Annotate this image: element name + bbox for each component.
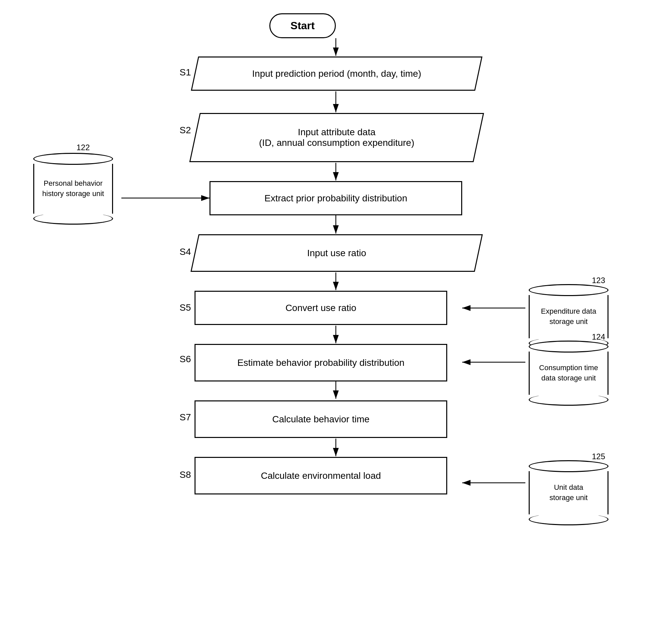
step-s7: Calculate behavior time bbox=[194, 400, 447, 438]
ref-125: 125 bbox=[592, 452, 605, 461]
step-label-s6: S6 bbox=[179, 354, 191, 364]
ref-124: 124 bbox=[592, 332, 605, 341]
start-label: Start bbox=[291, 20, 315, 32]
step-s1: Input prediction period (month, day, tim… bbox=[194, 56, 479, 91]
step-label-s4: S4 bbox=[179, 247, 191, 257]
step-s6: Estimate behavior probability distributi… bbox=[194, 344, 447, 381]
step-s4: Input use ratio bbox=[194, 234, 479, 272]
start-terminal: Start bbox=[269, 13, 336, 38]
db-125: Unit data storage unit bbox=[529, 460, 608, 525]
step-label-s7: S7 bbox=[179, 412, 191, 423]
step-s3: Extract prior probability distribution bbox=[210, 181, 462, 215]
step-label-s5: S5 bbox=[179, 302, 191, 313]
db-124: Consumption time data storage unit bbox=[529, 340, 608, 406]
db-122: Personal behavior history storage unit bbox=[33, 153, 113, 225]
ref-123: 123 bbox=[592, 276, 605, 285]
ref-122: 122 bbox=[76, 143, 90, 152]
step-label-s1: S1 bbox=[179, 67, 191, 78]
step-label-s2: S2 bbox=[179, 125, 191, 135]
step-s2: Input attribute data (ID, annual consump… bbox=[194, 113, 479, 162]
diagram-container: Start S1 Input prediction period (month,… bbox=[0, 0, 672, 633]
step-label-s8: S8 bbox=[179, 470, 191, 480]
step-s8: Calculate environmental load bbox=[194, 457, 447, 495]
step-s5: Convert use ratio bbox=[194, 291, 447, 325]
